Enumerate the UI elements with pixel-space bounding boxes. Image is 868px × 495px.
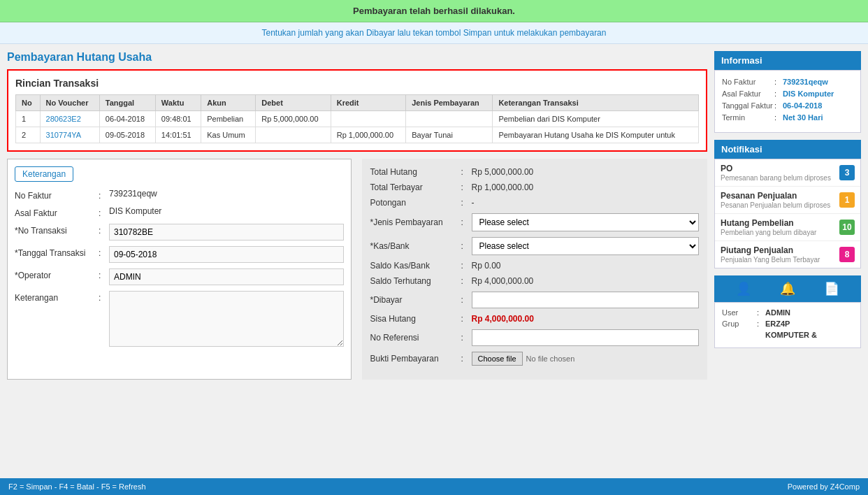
payment-row-kasbank: *Kas/Bank : Please select [370,237,700,255]
notif-item[interactable]: Piutang Penjualan Penjualan Yang Belum T… [715,241,860,268]
label-buktipembayaran: Bukti Pembayaran [370,354,461,364]
label-keterangan: Keterangan [15,291,99,303]
notif-title: Pesanan Penjualan [721,191,839,201]
label-totalhutang: Total Hutang [370,167,461,177]
info-label-asalfaktur: Asal Faktur [722,89,774,98]
col-waktu: Waktu [155,95,201,111]
table-row: 1280623E206-04-201809:48:01PembelianRp 5… [16,111,699,127]
page-title: Pembayaran Hutang Usaha [7,51,707,64]
input-noreferensi[interactable] [472,329,700,346]
col-voucher: No Voucher [40,95,99,111]
notif-content: Hutang Pembelian Pembelian yang belum di… [721,218,839,236]
success-bar: Pembayaran telah berhasil dilakukan. [0,0,868,22]
info-label-tanggalfaktur: Tanggal Faktur [722,101,774,110]
info-label-termin: Termin [722,113,774,122]
info-row-termin: Termin : Net 30 Hari [722,113,853,122]
label-tanggal: *Tanggal Transaksi [15,246,99,258]
value-saldoterhutang: Rp 4,000,000.00 [472,276,700,286]
payment-row-saldoterhutang: Saldo Terhutang : Rp 4,000,000.00 [370,276,700,286]
user-label-komputer [722,331,757,339]
value-notransaksi[interactable] [109,224,344,241]
user-icon[interactable]: 👤 [736,281,751,296]
notif-item[interactable]: PO Pemesanan barang belum diproses 3 [715,159,860,187]
notif-card-title: Notifikasi [721,144,762,155]
payment-row-dibayar: *Dibayar : [370,292,700,308]
col-akun: Akun [201,95,256,111]
value-sisahutang: Rp 4,000,000.00 [472,314,700,324]
payment-box: Total Hutang : Rp 5,000,000.00 Total Ter… [362,159,708,380]
payment-row-buktipembayaran: Bukti Pembayaran : Choose file No file c… [370,352,700,366]
form-row-tanggal: *Tanggal Transaksi : [15,246,344,263]
notif-title: Hutang Pembelian [721,218,839,228]
payment-row-totalhutang: Total Hutang : Rp 5,000,000.00 [370,167,700,177]
label-saldoterhutang: Saldo Terhutang [370,276,461,286]
voucher-link[interactable]: 310774YA [46,131,82,139]
user-info-row-user: User : ADMIN [722,308,853,317]
bell-icon[interactable]: 🔔 [780,281,795,296]
payment-row-totalterbayar: Total Terbayar : Rp 1,000,000.00 [370,182,700,192]
select-kasbank[interactable]: Please select [472,237,700,255]
info-bar: Tentukan jumlah yang akan Dibayar lalu t… [0,22,868,44]
notif-item[interactable]: Hutang Pembelian Pembelian yang belum di… [715,214,860,241]
notif-item[interactable]: Pesanan Penjualan Pesanan Penjualan belu… [715,187,860,214]
choose-file-button[interactable]: Choose file [472,352,523,366]
form-row-notransaksi: *No Transaksi : [15,224,344,241]
user-info-row-komputer: KOMPUTER & [722,331,853,339]
input-notransaksi[interactable] [109,224,344,241]
voucher-link[interactable]: 280623E2 [46,115,81,123]
user-value-grup: ERZ4P [765,320,790,328]
value-keterangan[interactable] [109,291,344,349]
user-value-komputer: KOMPUTER & [765,331,817,339]
value-tanggal[interactable] [109,246,344,263]
col-keterangan: Keterangan Transaksi [493,95,699,111]
info-row-nofaktur: No Faktur : 739231qeqw [722,78,853,86]
input-operator[interactable] [109,268,344,285]
label-nofaktur: No Faktur [15,189,99,201]
textarea-keterangan[interactable] [109,291,344,347]
input-dibayar[interactable] [472,292,700,308]
user-info-body: User : ADMIN Grup : ERZ4P KOMPUTER & [714,302,861,348]
select-jenispembayaran[interactable]: Please select [472,213,700,231]
label-notransaksi: *No Transaksi [15,224,99,236]
label-saldokasbank: Saldo Kas/Bank [370,261,461,271]
info-value-asalfaktur: DIS Komputer [783,89,834,98]
label-totalterbayar: Total Terbayar [370,182,461,192]
info-card-body: No Faktur : 739231qeqw Asal Faktur : DIS… [714,70,861,133]
label-kasbank: *Kas/Bank [370,241,461,251]
value-totalhutang: Rp 5,000,000.00 [472,167,700,177]
col-debet: Debet [256,95,331,111]
transaction-table: No No Voucher Tanggal Waktu Akun Debet K… [15,94,699,143]
notif-badge: 1 [839,192,855,208]
payment-row-jenispembayaran: *Jenis Pembayaran : Please select [370,213,700,231]
label-noreferensi: No Referensi [370,333,461,343]
input-tanggal[interactable] [109,246,344,263]
form-row-keterangan: Keterangan : [15,291,344,349]
info-card-header: Informasi [714,51,861,70]
value-operator[interactable] [109,268,344,285]
info-label-nofaktur: No Faktur [722,78,774,86]
payment-row-sisahutang: Sisa Hutang : Rp 4,000,000.00 [370,314,700,324]
keterangan-box: Keterangan No Faktur : 739231qeqw Asal F… [7,159,352,380]
info-row-asalfaktur: Asal Faktur : DIS Komputer [722,89,853,98]
table-header-row: No No Voucher Tanggal Waktu Akun Debet K… [16,95,699,111]
value-nofaktur: 739231qeqw [109,189,344,199]
bottom-section: Keterangan No Faktur : 739231qeqw Asal F… [7,159,707,380]
user-info-row-grup: Grup : ERZ4P [722,320,853,328]
transaction-scroll[interactable]: No No Voucher Tanggal Waktu Akun Debet K… [15,94,699,143]
transaction-title: Rincian Transaksi [15,78,699,89]
info-row-tanggalfaktur: Tanggal Faktur : 06-04-2018 [722,101,853,110]
notif-desc: Pesanan Penjualan belum diproses [721,201,839,209]
user-card: 👤 🔔 📄 [714,275,861,302]
notif-badge: 3 [839,165,855,180]
col-no: No [16,95,41,111]
success-message: Pembayaran telah berhasil dilakukan. [353,6,515,16]
info-value-nofaktur: 739231qeqw [783,78,828,86]
notif-title: PO [721,164,839,173]
doc-icon[interactable]: 📄 [824,281,839,296]
label-jenispembayaran: *Jenis Pembayaran [370,217,461,227]
notif-content: PO Pemesanan barang belum diproses [721,164,839,182]
payment-row-potongan: Potongan : - [370,198,700,208]
info-value-termin: Net 30 Hari [783,113,823,122]
file-chosen-text: No file chosen [526,354,575,363]
form-row-asalfaktur: Asal Faktur : DIS Komputer [15,206,344,218]
